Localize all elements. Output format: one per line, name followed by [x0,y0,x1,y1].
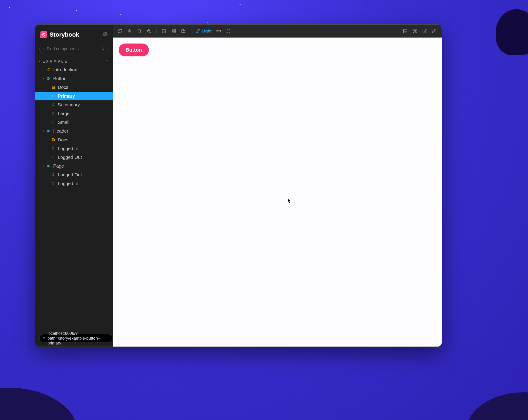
sidebar: S Storybook / ▾ EXAMPLE Introduction▾But… [35,25,113,347]
sidebar-item-large[interactable]: Large [35,109,113,118]
zoom-reset-button[interactable] [144,26,154,36]
zoom-out-button[interactable] [135,26,144,36]
gear-icon [103,32,108,36]
sidebar-item-label: Header [53,128,68,134]
svg-rect-25 [183,31,185,33]
sidebar-item-label: Page [53,163,64,169]
doc-icon [51,138,56,141]
status-url-text: localhost:6006/?path=/story/example-butt… [48,331,108,346]
sidebar-item-logged-out[interactable]: Logged Out [35,153,113,162]
sidebar-item-introduction[interactable]: Introduction [35,65,113,74]
svg-rect-4 [49,79,50,80]
main-panel: Light [113,25,442,347]
sidebar-item-label: Button [53,76,67,81]
fullscreen-button[interactable] [410,26,420,36]
zoom-reset-icon [147,29,151,33]
sidebar-item-secondary[interactable]: Secondary [35,100,113,109]
measure-button[interactable] [214,26,223,36]
sidebar-item-logged-out[interactable]: Logged Out [35,170,113,179]
component-tree: Introduction▾ButtonDocsPrimarySecondaryL… [35,65,113,190]
doc-icon [51,86,56,89]
panel-bottom-icon [403,29,408,33]
sidebar-item-docs[interactable]: Docs [35,83,113,92]
svg-point-0 [105,34,106,35]
outline-button[interactable] [224,26,233,36]
backgrounds-button[interactable] [159,26,169,36]
component-icon [47,164,51,168]
sidebar-item-docs[interactable]: Docs [35,135,113,144]
toolbar-separator [156,28,157,34]
expand-icon [413,29,417,33]
svg-rect-12 [49,166,50,167]
sidebar-item-logged-in[interactable]: Logged In [35,179,113,188]
sidebar-item-label: Introduction [53,67,77,72]
svg-rect-27 [404,29,407,33]
sidebar-item-label: Secondary [58,102,80,107]
mouse-cursor-icon [288,199,291,203]
sidebar-item-label: Logged In [58,146,78,151]
sidebar-item-label: Logged Out [58,172,82,177]
svg-rect-3 [49,77,50,78]
svg-rect-5 [48,79,48,80]
viewport-icon [181,29,186,33]
search-field[interactable] [47,47,100,51]
sidebar-item-label: Logged Out [58,155,82,160]
story-icon [51,182,56,185]
settings-button[interactable] [103,32,108,37]
svg-rect-21 [174,29,176,31]
sidebar-item-label: Primary [58,93,75,99]
outline-icon [226,29,231,33]
grid-button[interactable] [169,26,178,36]
storybook-window: S Storybook / ▾ EXAMPLE Introduction▾But… [35,24,442,347]
status-url-bar[interactable]: localhost:6006/?path=/story/example-butt… [39,334,113,342]
open-isolated-button[interactable] [420,26,429,36]
svg-rect-2 [48,77,48,78]
copy-link-button[interactable] [430,26,439,36]
svg-rect-8 [49,131,50,132]
zoom-in-icon [127,29,132,33]
search-input[interactable]: / [39,44,108,54]
expand-collapse-icon[interactable] [106,60,108,64]
sidebar-item-small[interactable]: Small [35,118,113,127]
preview-canvas[interactable]: Button [113,37,442,347]
svg-point-1 [43,48,44,49]
story-icon [51,112,56,115]
svg-rect-9 [48,131,48,132]
zoom-in-button[interactable] [125,26,134,36]
svg-rect-13 [48,166,48,167]
sidebar-item-button[interactable]: ▾Button [35,74,113,83]
sidebar-group-header[interactable]: ▾ EXAMPLE [35,56,113,65]
sidebar-item-label: Docs [58,85,68,90]
sidebar-group-label: EXAMPLE [42,59,68,64]
viewport-button[interactable] [179,26,188,36]
story-icon [51,173,56,176]
sidebar-item-page[interactable]: ▾Page [35,162,113,170]
app-title: Storybook [49,31,100,38]
theme-button[interactable]: Light [194,26,214,36]
theme-label: Light [202,29,212,34]
sidebar-item-logged-in[interactable]: Logged In [35,144,113,153]
search-shortcut-hint: / [103,46,105,51]
caret-icon: ▾ [42,77,45,80]
grid-icon [171,29,176,33]
image-icon [162,29,166,33]
link-icon [432,29,437,33]
zoom-out-icon [137,29,142,33]
svg-rect-7 [49,130,50,131]
addons-panel-button[interactable] [401,26,410,36]
svg-rect-24 [182,29,184,33]
insecure-icon [43,336,45,340]
caret-icon: ▾ [42,130,45,133]
svg-rect-22 [174,32,176,33]
sidebar-item-header[interactable]: ▾Header [35,127,113,135]
story-icon [51,156,56,159]
sidebar-item-primary[interactable]: Primary [35,92,113,100]
doc-icon [47,68,51,71]
svg-rect-6 [48,130,48,131]
preview-primary-button[interactable]: Button [119,44,149,56]
svg-rect-23 [172,32,173,33]
remount-button[interactable] [115,26,125,36]
toolbar-separator [191,28,191,34]
component-icon [47,77,51,80]
component-icon [47,129,51,133]
